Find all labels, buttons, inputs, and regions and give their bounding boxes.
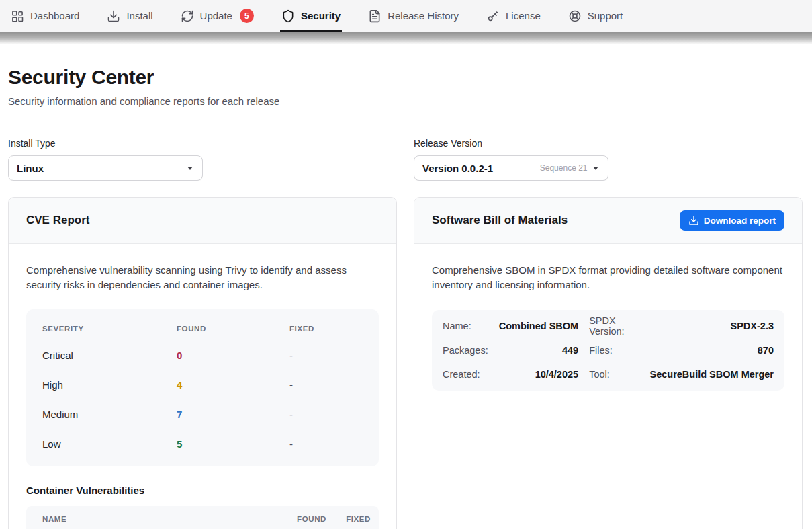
cve-report-body: Comprehensive vulnerability scanning usi… [9,244,396,529]
severity-fixed-value: - [289,350,363,361]
nav-label: Dashboard [30,10,79,22]
top-nav: Dashboard Install Update 5 Security [0,0,812,32]
cve-report-description: Comprehensive vulnerability scanning usi… [26,263,379,292]
found-col-header: FOUND [269,515,326,523]
sbom-detail-label: Files: [589,338,639,362]
cve-report-title: CVE Report [26,214,89,227]
severity-label: Low [42,438,177,450]
severity-label: High [42,379,177,391]
sbom-detail-value: 870 [649,338,774,362]
sbom-card: Software Bill of Materials Download repo… [414,197,803,529]
lifebuoy-icon [568,9,582,23]
severity-found-count: 5 [177,438,289,450]
page-title: Security Center [8,66,803,89]
install-type-value: Linux [17,163,182,174]
fixed-col-header: FIXED [289,325,363,333]
cve-report-header: CVE Report [9,198,396,244]
severity-col-header: SEVERITY [42,325,177,333]
download-icon [107,9,120,23]
nav-item-update[interactable]: Update 5 [181,0,254,32]
nav-label: Release History [388,10,459,22]
found-col-header: FOUND [177,325,289,333]
header-shadow-strip [0,32,812,44]
shield-icon [281,9,295,23]
nav-item-release-history[interactable]: Release History [368,0,459,32]
nav-label: Install [126,10,152,22]
sbom-description: Comprehensive SBOM in SPDX format provid… [432,263,784,292]
severity-label: Critical [42,350,177,361]
severity-found-count: 0 [177,350,289,361]
release-version-select[interactable]: Version 0.0.2-1 Sequence 21 [414,155,608,181]
severity-fixed-value: - [289,379,363,391]
nav-item-security[interactable]: Security [281,0,341,32]
key-icon [486,9,500,23]
sbom-detail-value: SecureBuild SBOM Merger [649,362,774,386]
chevron-down-icon [187,167,193,170]
sbom-header: Software Bill of Materials Download repo… [414,198,802,244]
severity-table: SEVERITY FOUND FIXED Critical 0 - High 4… [26,309,379,466]
container-vulnerabilities-title: Container Vulnerabilities [26,485,379,496]
fixed-col-header: FIXED [326,515,371,523]
main-content: Security Center Security information and… [0,66,812,529]
severity-fixed-value: - [289,438,363,450]
update-count-badge: 5 [240,9,254,23]
severity-table-header: SEVERITY FOUND FIXED [42,317,363,340]
refresh-icon [181,9,194,23]
chevron-down-icon [593,167,598,170]
sbom-detail-value: Combined SBOM [499,314,578,338]
install-type-field: Install Type Linux [8,138,397,181]
sbom-detail-label: Created: [443,362,488,386]
release-version-value: Version 0.0.2-1 [422,163,535,174]
release-version-sequence: Sequence 21 [540,163,588,173]
nav-label: Support [588,10,623,22]
nav-label: License [506,10,541,22]
sbom-body: Comprehensive SBOM in SPDX format provid… [414,244,802,409]
container-vulnerabilities-table-header: NAME FOUND FIXED [26,506,379,529]
download-icon [688,215,699,226]
severity-fixed-value: - [289,409,363,420]
document-icon [368,9,381,23]
install-type-select[interactable]: Linux [8,155,203,181]
nav-item-license[interactable]: License [486,0,541,32]
download-report-button[interactable]: Download report [680,210,784,231]
sbom-detail-value: 449 [499,338,578,362]
sbom-detail-label: Name: [443,314,488,338]
severity-label: Medium [42,409,177,420]
severity-row-low: Low 5 - [42,429,363,458]
severity-row-high: High 4 - [42,370,363,399]
nav-label: Security [301,10,341,22]
page-subtitle: Security information and compliance repo… [8,95,803,107]
cve-report-card: CVE Report Comprehensive vulnerability s… [8,197,397,529]
sbom-title: Software Bill of Materials [432,214,568,227]
nav-label: Update [200,10,232,22]
nav-item-dashboard[interactable]: Dashboard [11,0,79,32]
severity-row-medium: Medium 7 - [42,399,363,429]
name-col-header: NAME [42,515,269,523]
dashboard-grid-icon [11,9,24,23]
sbom-detail-label: Tool: [589,362,639,386]
nav-item-support[interactable]: Support [568,0,623,32]
sbom-detail-value: 10/4/2025 [499,362,578,386]
severity-found-count: 7 [177,409,289,420]
severity-row-critical: Critical 0 - [42,340,363,370]
download-report-label: Download report [704,216,776,226]
severity-found-count: 4 [177,379,289,391]
sbom-details-panel: Name: Combined SBOM SPDX Version: SPDX-2… [432,310,784,391]
filters-row: Install Type Linux Release Version Versi… [8,138,803,181]
sbom-detail-value: SPDX-2.3 [649,314,774,338]
cards-row: CVE Report Comprehensive vulnerability s… [8,197,803,529]
release-version-label: Release Version [414,138,803,149]
release-version-field: Release Version Version 0.0.2-1 Sequence… [414,138,803,181]
sbom-detail-label: Packages: [443,338,488,362]
nav-item-install[interactable]: Install [107,0,152,32]
install-type-label: Install Type [8,138,397,149]
sbom-detail-label: SPDX Version: [589,314,639,338]
